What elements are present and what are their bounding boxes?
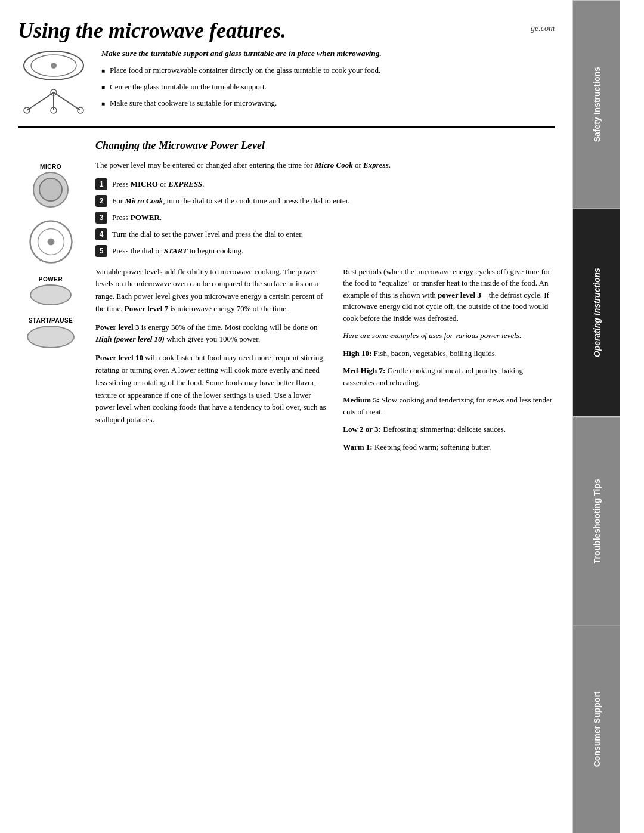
right-medium: Medium 5: Slow cooking and tenderizing f… xyxy=(343,394,555,417)
steps-list: 1 Press MICRO or EXPRESS. 2 For Micro Co… xyxy=(95,178,555,257)
right-sidebar: Safety Instructions Operating Instructio… xyxy=(572,0,620,833)
section-title: Changing the Microwave Power Level xyxy=(95,140,555,152)
step-1: 1 Press MICRO or EXPRESS. xyxy=(95,178,555,190)
micro-button-icon xyxy=(33,172,69,208)
bullet-2: Center the glass turntable on the turnta… xyxy=(101,81,555,93)
right-warm: Warm 1: Keeping food warm; softening but… xyxy=(343,441,555,453)
body-para-1: Variable power levels add flexibility to… xyxy=(95,266,328,315)
intro-or: or xyxy=(353,160,363,169)
sidebar-tab-troubleshooting[interactable]: Troubleshooting Tips xyxy=(573,417,620,625)
top-instructions: Make sure the turntable support and glas… xyxy=(101,49,555,114)
top-bullets: Place food or microwavable container dir… xyxy=(101,64,555,109)
step-3-num: 3 xyxy=(95,212,107,224)
right-med-high: Med-High 7: Gentle cooking of meat and p… xyxy=(343,365,555,388)
bottom-section: MICRO POWER xyxy=(18,140,555,459)
intro-bold: Micro Cook xyxy=(315,160,353,169)
sidebar-tab-consumer[interactable]: Consumer Support xyxy=(573,625,620,833)
step-2-text: For Micro Cook, turn the dial to set the… xyxy=(112,195,350,207)
turntable-images xyxy=(18,49,89,114)
col-left: Variable power levels add flexibility to… xyxy=(95,266,328,459)
right-para-1: Rest periods (when the microwave energy … xyxy=(343,266,555,324)
start-pause-label: START/PAUSE xyxy=(29,317,73,324)
step-5-num: 5 xyxy=(95,245,107,257)
svg-line-3 xyxy=(27,92,54,110)
body-para-2: Power level 3 is energy 30% of the time.… xyxy=(95,321,328,346)
troubleshooting-tab-label: Troubleshooting Tips xyxy=(592,479,602,563)
bullet-1: Place food or microwavable container dir… xyxy=(101,64,555,76)
intro-start: The power level may be entered or change… xyxy=(95,160,315,169)
intro-text: The power level may be entered or change… xyxy=(95,159,555,171)
body-para-3: Power level 10 will cook faster but food… xyxy=(95,352,328,426)
power-button-icon xyxy=(30,284,72,305)
safety-tab-label: Safety Instructions xyxy=(592,67,602,142)
dial-group xyxy=(29,219,73,264)
sidebar-tab-safety[interactable]: Safety Instructions xyxy=(573,0,620,208)
step-4-num: 4 xyxy=(95,228,107,240)
step-1-num: 1 xyxy=(95,178,107,190)
top-section: Make sure the turntable support and glas… xyxy=(18,49,555,128)
dial-icon xyxy=(29,219,73,264)
step-2: 2 For Micro Cook, turn the dial to set t… xyxy=(95,195,555,207)
step-3: 3 Press POWER. xyxy=(95,212,555,224)
step-2-num: 2 xyxy=(95,195,107,207)
main-instructions: Changing the Microwave Power Level The p… xyxy=(95,140,555,459)
power-button-group: POWER xyxy=(30,276,72,305)
power-label: POWER xyxy=(39,276,63,283)
two-col-content: Variable power levels add flexibility to… xyxy=(95,266,555,459)
start-pause-button-group: START/PAUSE xyxy=(27,317,75,348)
top-heading: Make sure the turntable support and glas… xyxy=(101,49,555,58)
right-high: High 10: Fish, bacon, vegetables, boilin… xyxy=(343,348,555,360)
turntable-top-icon xyxy=(21,49,86,82)
page-header: Using the microwave features. ge.com xyxy=(18,18,555,43)
col-right: Rest periods (when the microwave energy … xyxy=(343,266,555,459)
step-5-text: Press the dial or START to begin cooking… xyxy=(112,245,243,257)
ge-logo: ge.com xyxy=(531,18,555,33)
step-3-text: Press POWER. xyxy=(112,212,162,224)
start-pause-button-icon xyxy=(27,326,75,348)
bullet-3: Make sure that cookware is suitable for … xyxy=(101,97,555,109)
svg-line-4 xyxy=(54,92,80,110)
step-4-text: Turn the dial to set the power level and… xyxy=(112,228,303,240)
micro-label: MICRO xyxy=(40,163,61,170)
consumer-tab-label: Consumer Support xyxy=(592,691,602,767)
page-title: Using the microwave features. xyxy=(18,18,286,43)
right-low: Low 2 or 3: Defrosting; simmering; delic… xyxy=(343,423,555,435)
right-para-2: Here are some examples of uses for vario… xyxy=(343,330,555,342)
intro-bold2: Express xyxy=(363,160,389,169)
operating-tab-label: Operating Instructions xyxy=(592,268,602,357)
step-4: 4 Turn the dial to set the power level a… xyxy=(95,228,555,240)
svg-point-2 xyxy=(51,63,57,69)
svg-point-12 xyxy=(47,239,54,246)
left-panel: MICRO POWER xyxy=(18,140,83,459)
step-5: 5 Press the dial or START to begin cooki… xyxy=(95,245,555,257)
micro-button-group: MICRO xyxy=(33,163,69,208)
step-1-text: Press MICRO or EXPRESS. xyxy=(112,178,205,190)
sidebar-tab-operating[interactable]: Operating Instructions xyxy=(573,208,620,416)
micro-button-inner xyxy=(39,178,63,202)
intro-end2: . xyxy=(389,160,391,169)
turntable-support-icon xyxy=(21,88,86,114)
